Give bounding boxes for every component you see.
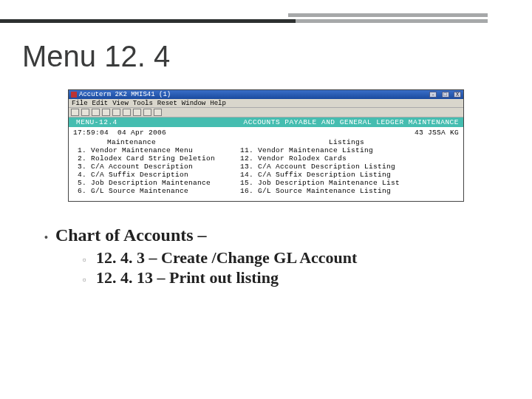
window-titlebar: Accuterm 2K2 MMIS41 (1) - □ X [69,90,463,99]
toolbar-icon[interactable] [154,109,162,116]
menu-file[interactable]: File [72,100,88,107]
timestamp: 17:59:04 04 Apr 2006 [73,129,166,137]
listings-list: 11.Vendor Maintenance Listing12.Vendor R… [240,146,400,195]
list-item[interactable]: 13.C/A Account Description Listing [240,163,400,171]
list-item[interactable]: 4.C/A Suffix Description [73,171,215,179]
toolbar-icon[interactable] [112,109,120,116]
toolbar-icon[interactable] [143,109,151,116]
sub-bullet-text: 12. 4. 3 – Create /Change GL Account [96,248,357,267]
bullet-main: • Chart of Accounts – [44,225,491,247]
sub-bullet-list: ▫ 12. 4. 3 – Create /Change GL Account ▫… [83,248,491,288]
window-title: Accuterm 2K2 MMIS41 (1) [79,91,171,98]
sub-bullet-text: 12. 4. 13 – Print out listing [96,268,279,287]
sub-bullet-icon: ▫ [83,252,90,268]
section-listings: Listings [329,138,459,146]
bullet-icon: • [44,229,48,247]
site-code: 43 JSSA KG [415,129,459,137]
deco-bar-light2 [288,19,488,23]
list-item[interactable]: 16.G/L Source Maintenance Listing [240,187,400,195]
terminal-header: MENU-12.4 ACCOUNTS PAYABLE AND GENERAL L… [69,117,463,127]
list-item[interactable]: 12.Vendor Rolodex Cards [240,154,400,163]
menu-help[interactable]: Help [210,100,226,107]
list-item[interactable]: 2.Rolodex Card String Deletion [73,154,215,163]
close-button[interactable]: X [454,92,461,98]
menu-edit[interactable]: Edit [92,100,109,107]
deco-bar-dark [0,19,296,23]
toolbar-icon[interactable] [81,109,89,116]
menu-title: ACCOUNTS PAYABLE AND GENERAL LEDGER MAIN… [244,118,459,126]
minimize-button[interactable]: - [429,92,437,98]
menu-tools[interactable]: Tools [133,100,153,107]
list-item[interactable]: 15.Job Description Maintenance List [240,179,400,187]
terminal-body: 17:59:04 04 Apr 2006 43 JSSA KG Maintena… [69,127,463,201]
menu-window[interactable]: Window [182,100,205,107]
menu-reset[interactable]: Reset [157,100,177,107]
decorative-bars [0,0,532,27]
menubar: File Edit View Tools Reset Window Help [69,99,463,108]
toolbar [69,108,463,117]
maintenance-list: 1.Vendor Maintenance Menu2.Rolodex Card … [73,146,215,195]
sub-bullet: ▫ 12. 4. 3 – Create /Change GL Account [83,248,491,268]
slide-title: Menu 12. 4 [0,27,532,79]
toolbar-icon[interactable] [133,109,141,116]
list-item[interactable]: 14.C/A Suffix Description Listing [240,171,400,179]
sub-bullet: ▫ 12. 4. 13 – Print out listing [83,268,491,288]
toolbar-icon[interactable] [92,109,100,116]
list-item[interactable]: 11.Vendor Maintenance Listing [240,146,400,154]
toolbar-icon[interactable] [71,109,79,116]
list-item[interactable]: 6.G/L Source Maintenance [73,187,215,195]
list-item[interactable]: 5.Job Description Maintenance [73,179,215,187]
toolbar-icon[interactable] [102,109,110,116]
window-controls: - □ X [429,91,461,98]
section-maintenance: Maintenance [73,138,156,146]
deco-bar-light [288,13,488,17]
bullet-main-text: Chart of Accounts – [55,225,207,245]
maximize-button[interactable]: □ [442,92,449,98]
list-item[interactable]: 3.C/A Account Description [73,163,215,171]
toolbar-icon[interactable] [123,109,131,116]
menu-view[interactable]: View [112,100,129,107]
sub-bullet-icon: ▫ [83,272,90,288]
app-icon [71,92,77,98]
terminal-window: Accuterm 2K2 MMIS41 (1) - □ X File Edit … [68,89,464,202]
list-item[interactable]: 1.Vendor Maintenance Menu [73,146,215,154]
menu-code: MENU-12.4 [76,118,117,126]
slide-content: • Chart of Accounts – ▫ 12. 4. 3 – Creat… [0,202,532,288]
